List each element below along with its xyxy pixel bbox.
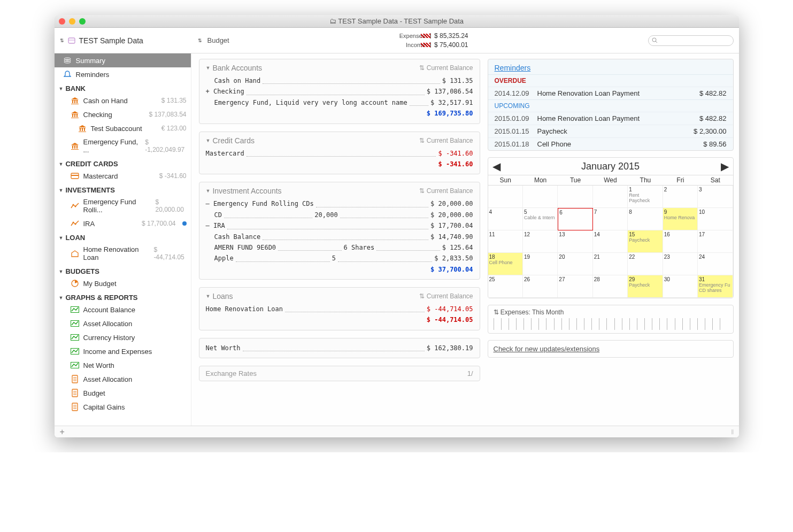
- sidebar-item[interactable]: Home Renovation Loan$ -44,714.05: [55, 243, 191, 264]
- account-row[interactable]: Cash Balance$ 14,740.90: [206, 232, 473, 242]
- sidebar-item[interactable]: IRA$ 17,700.04: [55, 217, 191, 230]
- collapse-icon[interactable]: ▼: [206, 294, 211, 299]
- sidebar-report[interactable]: Budget: [55, 386, 191, 400]
- calendar-cell[interactable]: 6: [558, 208, 592, 230]
- item-amount: $ -44,714.05: [153, 246, 186, 261]
- calendar-cell[interactable]: 31Emergency FuCD shares: [698, 275, 733, 298]
- sidebar-item[interactable]: Cash on Hand$ 131.35: [55, 94, 191, 107]
- upcoming-header: UPCOMING: [488, 99, 733, 112]
- calendar-cell[interactable]: [593, 186, 628, 208]
- calendar-cell[interactable]: 28: [593, 275, 628, 298]
- account-row[interactable]: — Emergency Fund Rolling CDs$ 20,000.00: [206, 198, 473, 209]
- reminder-row[interactable]: 2014.12.09Home Renovation Loan Payment$ …: [488, 87, 733, 99]
- chevron-down-icon: ▼: [59, 86, 64, 91]
- calendar-cell[interactable]: 8: [628, 208, 663, 230]
- calendar-next[interactable]: ▶: [721, 160, 729, 173]
- add-button[interactable]: +: [60, 427, 65, 437]
- sidebar-item[interactable]: Emergency Fund, ...$ -1,202,049.97: [55, 135, 191, 157]
- search-input[interactable]: [648, 35, 734, 46]
- calendar-cell[interactable]: 2: [663, 186, 698, 208]
- calendar-day-header: Sat: [698, 175, 733, 186]
- calendar-cell[interactable]: 4: [488, 208, 523, 230]
- sidebar-report[interactable]: Income and Expenses: [55, 344, 191, 358]
- sidebar-report[interactable]: Asset Allocation: [55, 372, 191, 386]
- collapse-icon[interactable]: ▼: [206, 65, 211, 71]
- overdue-header: OVERDUE: [488, 74, 733, 87]
- income-bar[interactable]: [430, 42, 431, 48]
- sidebar-loan-header[interactable]: ▼LOAN: [55, 230, 191, 243]
- sidebar-report[interactable]: Net Worth: [55, 358, 191, 372]
- calendar-cell[interactable]: 10: [698, 208, 733, 230]
- account-row[interactable]: Cash on Hand$ 131.35: [206, 75, 473, 86]
- collapse-icon[interactable]: ▼: [206, 188, 211, 194]
- calendar-cell[interactable]: 26: [523, 275, 558, 298]
- inv-icon: [71, 219, 79, 228]
- calendar-cell[interactable]: 7: [593, 208, 628, 230]
- account-row[interactable]: Mastercard$ -341.60: [206, 148, 473, 159]
- calendar-cell[interactable]: 11: [488, 230, 523, 253]
- sidebar-report[interactable]: Currency History: [55, 330, 191, 344]
- calendar-cell[interactable]: 27: [558, 275, 592, 298]
- collapse-icon[interactable]: ▼: [206, 138, 211, 143]
- calendar-cell[interactable]: [523, 186, 558, 208]
- calendar-cell[interactable]: [488, 186, 523, 208]
- calendar-cell[interactable]: 29Paycheck: [628, 275, 663, 298]
- budget-label[interactable]: Budget: [207, 36, 229, 44]
- reminder-row[interactable]: 2015.01.18Cell Phone$ 89.56: [488, 137, 733, 150]
- reminder-row[interactable]: 2015.01.09Home Renovation Loan Payment$ …: [488, 112, 733, 125]
- account-row[interactable]: AMERN FUND 9E6D06 Shares$ 125.64: [206, 242, 473, 253]
- sidebar-report[interactable]: Asset Allocation: [55, 317, 191, 330]
- calendar-cell[interactable]: 20: [558, 253, 592, 275]
- sidebar-item[interactable]: Emergency Fund Rolli...$ 20,000.00: [55, 195, 191, 217]
- sidebar-item[interactable]: Test Subaccount€ 123.00: [55, 121, 191, 135]
- account-row[interactable]: CD20,000$ 20,000.00: [206, 210, 473, 220]
- calendar-cell[interactable]: 15Paycheck: [628, 230, 663, 253]
- sidebar-report[interactable]: Capital Gains: [55, 400, 191, 414]
- loan-icon: [71, 249, 79, 258]
- loans-card: ▼Loans⇅ Current Balance Home Renovation …: [199, 287, 480, 330]
- account-row[interactable]: Emergency Fund, Liquid very very long ac…: [206, 97, 473, 108]
- calendar-cell[interactable]: 24: [698, 253, 733, 275]
- reminder-row[interactable]: 2015.01.15Paycheck$ 2,300.00: [488, 125, 733, 137]
- sidebar-report[interactable]: Account Balance: [55, 303, 191, 317]
- sidebar-reports-header[interactable]: ▼GRAPHS & REPORTS: [55, 290, 191, 303]
- sidebar-inv-header[interactable]: ▼INVESTMENTS: [55, 183, 191, 195]
- calendar-cell[interactable]: 22: [628, 253, 663, 275]
- calendar-cell[interactable]: 25: [488, 275, 523, 298]
- calendar-cell[interactable]: 16: [663, 230, 698, 253]
- expenses-amount: $ 85,325.24: [434, 32, 482, 40]
- calendar-cell[interactable]: [558, 186, 592, 208]
- sidebar-item[interactable]: Checking$ 137,083.54: [55, 107, 191, 121]
- calendar-cell[interactable]: 14: [593, 230, 628, 253]
- sidebar-summary[interactable]: Summary: [55, 53, 191, 67]
- sidebar-budgets-header[interactable]: ▼BUDGETS: [55, 264, 191, 276]
- account-row[interactable]: + Checking$ 137,086.54: [206, 86, 473, 97]
- source-sort-icon[interactable]: ⇅: [60, 38, 64, 43]
- sidebar-item[interactable]: My Budget: [55, 276, 191, 290]
- calendar-cell[interactable]: 18Cell Phone: [488, 253, 523, 275]
- calendar-cell[interactable]: 23: [663, 253, 698, 275]
- sidebar-item[interactable]: Mastercard$ -341.60: [55, 169, 191, 183]
- account-row[interactable]: Home Renovation Loan$ -44,714.05: [206, 304, 473, 314]
- calendar-cell[interactable]: 19: [523, 253, 558, 275]
- calendar-cell[interactable]: 13: [558, 230, 592, 253]
- sidebar-cc-header[interactable]: ▼CREDIT CARDS: [55, 157, 191, 169]
- calendar-cell[interactable]: 1RentPaycheck: [628, 186, 663, 208]
- expenses-bar[interactable]: [430, 33, 431, 38]
- budget-sort-icon[interactable]: ⇅: [198, 38, 202, 43]
- calendar-cell[interactable]: 12: [523, 230, 558, 253]
- source-name[interactable]: TEST Sample Data: [79, 36, 143, 45]
- calendar-prev[interactable]: ◀: [492, 160, 501, 173]
- account-row[interactable]: Apple5$ 2,833.50: [206, 253, 473, 264]
- calendar-cell[interactable]: 3: [698, 186, 733, 208]
- calendar-cell[interactable]: 30: [663, 275, 698, 298]
- calendar-cell[interactable]: 21: [593, 253, 628, 275]
- sidebar-bank-header[interactable]: ▼BANK: [55, 81, 191, 94]
- calendar-cell[interactable]: 17: [698, 230, 733, 253]
- sidebar-reminders[interactable]: Reminders: [55, 67, 191, 81]
- check-updates-link[interactable]: Check for new updates/extensions: [488, 340, 734, 358]
- reminders-title[interactable]: Reminders: [488, 59, 733, 74]
- account-row[interactable]: — IRA$ 17,700.04: [206, 220, 473, 231]
- calendar-cell[interactable]: 9Home Renova: [663, 208, 698, 230]
- calendar-cell[interactable]: 5Cable & Intern: [523, 208, 558, 230]
